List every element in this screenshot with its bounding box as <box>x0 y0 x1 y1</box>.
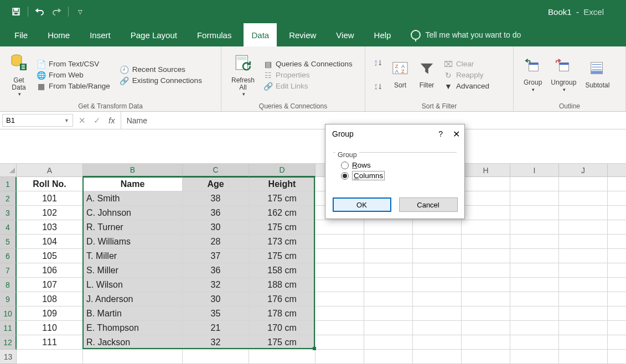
from-web-button[interactable]: 🌐From Web <box>34 70 112 80</box>
cell-C4[interactable]: 30 <box>183 220 249 235</box>
cell-I7[interactable] <box>510 263 559 278</box>
fx-icon[interactable]: fx <box>108 116 115 125</box>
name-box[interactable]: B1 ▼ <box>2 114 73 127</box>
cell-K1[interactable] <box>608 177 626 191</box>
cell-E9[interactable] <box>315 292 364 306</box>
cell-F10[interactable] <box>364 306 413 321</box>
cell-J12[interactable] <box>559 335 608 350</box>
cell-I6[interactable] <box>510 249 559 263</box>
cell-C9[interactable]: 30 <box>183 292 249 306</box>
cell-B5[interactable]: D. Williams <box>83 235 183 249</box>
cell-A5[interactable]: 104 <box>17 235 83 249</box>
row-header-6[interactable]: 6 <box>0 249 17 263</box>
row-header-3[interactable]: 3 <box>0 206 17 220</box>
cell-D10[interactable]: 178 cm <box>249 306 315 321</box>
subtotal-button[interactable]: Subtotal <box>581 49 614 101</box>
save-icon[interactable] <box>10 3 22 20</box>
sort-desc-icon[interactable]: ZA <box>371 79 386 95</box>
cell-C5[interactable]: 28 <box>183 235 249 249</box>
cell-A12[interactable]: 111 <box>17 335 83 350</box>
cell-J3[interactable] <box>559 206 608 220</box>
cell-B11[interactable]: E. Thompson <box>83 321 183 335</box>
row-header-7[interactable]: 7 <box>0 263 17 278</box>
cell-B4[interactable]: R. Turner <box>83 220 183 235</box>
tab-review[interactable]: Review <box>281 23 324 46</box>
cell-D2[interactable]: 175 cm <box>249 191 315 206</box>
cell-I8[interactable] <box>510 278 559 292</box>
group-button[interactable]: Group ▾ <box>519 49 546 101</box>
spreadsheet-grid[interactable]: ABCDEFGHIJK12345678910111213Roll No.Name… <box>0 164 626 364</box>
cell-G7[interactable] <box>413 263 462 278</box>
cell-A11[interactable]: 110 <box>17 321 83 335</box>
tab-home[interactable]: Home <box>40 23 77 46</box>
row-header-10[interactable]: 10 <box>0 306 17 321</box>
cell-A6[interactable]: 105 <box>17 249 83 263</box>
cell-B7[interactable]: S. Miller <box>83 263 183 278</box>
cell-E5[interactable] <box>315 235 364 249</box>
cell-H13[interactable] <box>462 350 510 364</box>
cell-I3[interactable] <box>510 206 559 220</box>
cell-C6[interactable]: 37 <box>183 249 249 263</box>
cell-F9[interactable] <box>364 292 413 306</box>
cell-K3[interactable] <box>608 206 626 220</box>
cell-B6[interactable]: T. Miller <box>83 249 183 263</box>
cell-F11[interactable] <box>364 321 413 335</box>
cell-B12[interactable]: R. Jackson <box>83 335 183 350</box>
cell-E8[interactable] <box>315 278 364 292</box>
cell-C2[interactable]: 38 <box>183 191 249 206</box>
queries-connections-button[interactable]: ▤Queries & Connections <box>261 59 355 69</box>
cell-A9[interactable]: 108 <box>17 292 83 306</box>
column-header-A[interactable]: A <box>17 164 83 177</box>
column-header-C[interactable]: C <box>183 164 249 177</box>
cell-B9[interactable]: J. Anderson <box>83 292 183 306</box>
cell-A13[interactable] <box>17 350 83 364</box>
cell-C3[interactable]: 36 <box>183 206 249 220</box>
clear-button[interactable]: ⌧Clear <box>442 59 492 69</box>
cell-E6[interactable] <box>315 249 364 263</box>
properties-button[interactable]: ☷Properties <box>261 70 355 80</box>
cell-B3[interactable]: C. Johnson <box>83 206 183 220</box>
cell-G4[interactable] <box>413 220 462 235</box>
cell-C10[interactable]: 35 <box>183 306 249 321</box>
cell-C7[interactable]: 36 <box>183 263 249 278</box>
cell-G11[interactable] <box>413 321 462 335</box>
cell-B13[interactable] <box>83 350 183 364</box>
cell-B1[interactable]: Name <box>83 177 183 191</box>
cell-E10[interactable] <box>315 306 364 321</box>
cell-K12[interactable] <box>608 335 626 350</box>
filter-button[interactable]: Filter <box>414 49 439 101</box>
cell-H1[interactable] <box>462 177 510 191</box>
radio-columns[interactable]: Columns <box>341 171 457 180</box>
cell-H12[interactable] <box>462 335 510 350</box>
cell-G13[interactable] <box>413 350 462 364</box>
tab-data[interactable]: Data <box>244 23 277 46</box>
cell-J7[interactable] <box>559 263 608 278</box>
cell-E12[interactable] <box>315 335 364 350</box>
cell-A2[interactable]: 101 <box>17 191 83 206</box>
cell-J5[interactable] <box>559 235 608 249</box>
cell-G10[interactable] <box>413 306 462 321</box>
cell-K7[interactable] <box>608 263 626 278</box>
cell-D1[interactable]: Height <box>249 177 315 191</box>
cell-D6[interactable]: 175 cm <box>249 249 315 263</box>
row-header-13[interactable]: 13 <box>0 350 17 364</box>
cell-K13[interactable] <box>608 350 626 364</box>
row-header-5[interactable]: 5 <box>0 235 17 249</box>
close-icon[interactable]: ✕ <box>453 129 460 139</box>
cell-H7[interactable] <box>462 263 510 278</box>
cell-F8[interactable] <box>364 278 413 292</box>
cell-K5[interactable] <box>608 235 626 249</box>
redo-icon[interactable] <box>50 3 63 20</box>
cell-J9[interactable] <box>559 292 608 306</box>
cell-K4[interactable] <box>608 220 626 235</box>
tab-page-layout[interactable]: Page Layout <box>123 23 185 46</box>
cell-A8[interactable]: 107 <box>17 278 83 292</box>
cell-B2[interactable]: A. Smith <box>83 191 183 206</box>
cell-J6[interactable] <box>559 249 608 263</box>
cell-F4[interactable] <box>364 220 413 235</box>
cell-C1[interactable]: Age <box>183 177 249 191</box>
cancel-button[interactable]: Cancel <box>399 197 458 212</box>
cell-I5[interactable] <box>510 235 559 249</box>
cancel-formula-icon[interactable]: ✕ <box>79 116 86 126</box>
cell-H10[interactable] <box>462 306 510 321</box>
